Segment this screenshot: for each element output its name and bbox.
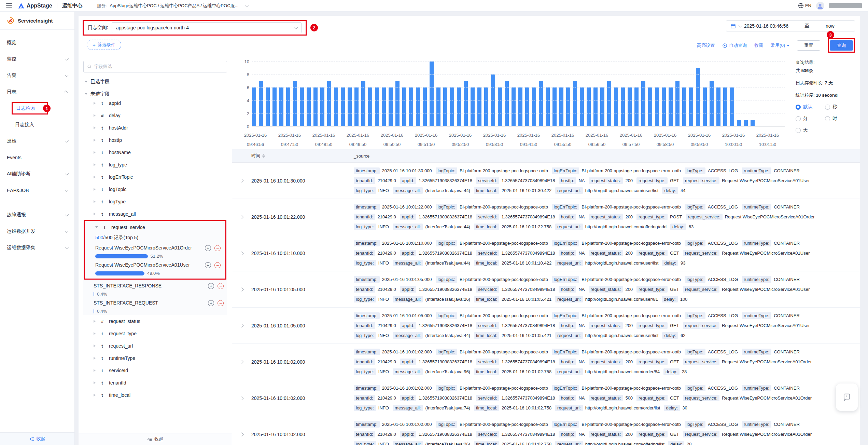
chart-bar[interactable] bbox=[628, 87, 632, 126]
chart-bar[interactable] bbox=[703, 87, 707, 126]
service-selector[interactable]: 服务: AppStage运维中心POC / 运维中心POC产品A / 运维中心P… bbox=[97, 3, 248, 9]
chart-bar[interactable] bbox=[669, 87, 673, 126]
field-item-delay[interactable]: #delay bbox=[83, 109, 227, 122]
chart-bar[interactable] bbox=[539, 81, 543, 126]
chart-bar[interactable] bbox=[266, 87, 270, 126]
chart-bar[interactable] bbox=[498, 87, 502, 126]
sidebar-item-alarm[interactable]: 告警 bbox=[0, 67, 74, 84]
field-item-hostAddr[interactable]: thostAddr bbox=[83, 122, 227, 134]
radio-默认[interactable]: 默认 bbox=[796, 104, 825, 110]
highlight-settings-link[interactable]: 高亮设置 bbox=[697, 42, 715, 49]
chart-bar[interactable] bbox=[423, 87, 427, 126]
chart-bar[interactable] bbox=[546, 87, 550, 126]
expand-row-button[interactable] bbox=[232, 397, 251, 400]
chart-bar[interactable] bbox=[307, 87, 311, 126]
chart-bar[interactable] bbox=[723, 87, 727, 126]
radio-天[interactable]: 天 bbox=[796, 127, 825, 133]
field-item-appId[interactable]: tappId bbox=[83, 97, 227, 109]
chart-bar[interactable] bbox=[682, 87, 686, 126]
auto-query-toggle[interactable]: 自动查询 bbox=[722, 42, 747, 49]
sidebar-item-log-access[interactable]: 日志接入 bbox=[0, 117, 74, 133]
chart-bar[interactable] bbox=[457, 87, 461, 126]
field-item-logTopic[interactable]: tlogTopic bbox=[83, 183, 227, 195]
chart-bar[interactable] bbox=[430, 62, 434, 126]
chart-bar[interactable] bbox=[662, 87, 666, 126]
sidebar-item-inspection[interactable]: 巡检 bbox=[0, 133, 74, 149]
sort-icon[interactable] bbox=[262, 154, 265, 158]
radio-时[interactable]: 时 bbox=[825, 116, 849, 122]
sidebar-item-log-search[interactable]: 日志检索1 bbox=[0, 100, 74, 117]
chart-bar[interactable] bbox=[293, 81, 297, 126]
chart-bar[interactable] bbox=[348, 87, 352, 126]
chart-bar[interactable] bbox=[450, 87, 454, 126]
sidebar-item-fault-report[interactable]: 故障通报 bbox=[0, 207, 74, 223]
sidebar-item-eap-job[interactable]: EAP&JOB bbox=[0, 182, 74, 199]
chart-bar[interactable] bbox=[600, 87, 604, 126]
chart-bar[interactable] bbox=[484, 87, 488, 126]
exclude-filter-icon[interactable]: − bbox=[218, 300, 224, 306]
fields-panel-collapse-button[interactable]: 收起 bbox=[79, 433, 232, 445]
chart-bar[interactable] bbox=[409, 87, 413, 126]
common-queries-dropdown[interactable]: 常用(0) bbox=[771, 42, 789, 49]
expand-row-button[interactable] bbox=[232, 361, 251, 363]
chart-bar[interactable] bbox=[443, 87, 447, 126]
chart-bar[interactable] bbox=[587, 87, 591, 126]
chart-bar[interactable] bbox=[471, 87, 475, 126]
chart-bar[interactable] bbox=[320, 87, 324, 126]
expand-row-button[interactable] bbox=[232, 433, 251, 436]
sidebar-item-log[interactable]: 日志 bbox=[0, 84, 74, 100]
chart-bar[interactable] bbox=[334, 87, 338, 126]
expand-row-button[interactable] bbox=[232, 252, 251, 255]
chart-bar[interactable] bbox=[416, 87, 420, 126]
sidebar-item-monitor[interactable]: 监控 bbox=[0, 51, 74, 67]
chart-bar[interactable] bbox=[272, 87, 277, 126]
field-item-log_type[interactable]: tlog_type bbox=[83, 159, 227, 171]
reset-button[interactable]: 重置 bbox=[797, 40, 820, 51]
chart-bar[interactable] bbox=[716, 87, 720, 126]
sidebar-item-om-data-dev[interactable]: 运维数据开发 bbox=[0, 223, 74, 240]
field-group-header[interactable]: 已选字段 bbox=[83, 79, 227, 85]
chart-bar[interactable] bbox=[559, 87, 563, 126]
chart-bar[interactable] bbox=[696, 68, 700, 126]
hamburger-menu-icon[interactable] bbox=[6, 3, 12, 8]
chart-bar[interactable] bbox=[634, 87, 639, 126]
chart-bar[interactable] bbox=[744, 120, 748, 126]
expand-row-button[interactable] bbox=[232, 179, 251, 182]
add-filter-icon[interactable]: + bbox=[205, 245, 211, 251]
chart-bar[interactable] bbox=[518, 87, 522, 126]
field-item-request_type[interactable]: trequest_type bbox=[83, 327, 227, 340]
chart-bar[interactable] bbox=[532, 87, 536, 126]
chart-bar[interactable] bbox=[491, 75, 495, 126]
chart-bar[interactable] bbox=[737, 120, 741, 126]
sidebar-item-events[interactable]: Events bbox=[0, 149, 74, 166]
chart-bar[interactable] bbox=[375, 87, 379, 126]
field-item-logErrTopic[interactable]: tlogErrTopic bbox=[83, 171, 227, 183]
chart-bar[interactable] bbox=[402, 87, 406, 126]
field-group-header[interactable]: 未选字段 bbox=[83, 91, 227, 97]
chart-bar[interactable] bbox=[395, 81, 400, 126]
chart-bar[interactable] bbox=[580, 87, 584, 126]
record-count-link[interactable]: 500 bbox=[95, 235, 103, 240]
sidebar-collapse-button[interactable]: 收起 bbox=[0, 432, 74, 445]
chart-bar[interactable] bbox=[389, 87, 393, 126]
chart-bar[interactable] bbox=[675, 81, 680, 126]
add-filter-icon[interactable]: + bbox=[208, 283, 214, 289]
avatar[interactable] bbox=[816, 2, 824, 10]
field-item-serviceId[interactable]: tserviceId bbox=[83, 364, 227, 377]
chart-bar[interactable] bbox=[313, 87, 318, 126]
chart-bar[interactable] bbox=[573, 81, 577, 126]
chart-bar[interactable] bbox=[252, 87, 256, 126]
field-item-hostIp[interactable]: thostIp bbox=[83, 134, 227, 146]
chart-bar[interactable] bbox=[361, 81, 365, 126]
chart-bar[interactable] bbox=[327, 81, 331, 126]
chart-bar[interactable] bbox=[607, 81, 611, 126]
chart-bar[interactable] bbox=[525, 87, 529, 126]
query-button[interactable]: 查询 bbox=[830, 40, 853, 51]
chart-bar[interactable] bbox=[552, 87, 557, 126]
expand-row-button[interactable] bbox=[232, 324, 251, 327]
chart-bar[interactable] bbox=[436, 87, 440, 126]
field-item-hostName[interactable]: thostName bbox=[83, 146, 227, 159]
chart-bar[interactable] bbox=[477, 87, 481, 126]
chart-bar[interactable] bbox=[512, 87, 516, 126]
chart-bar[interactable] bbox=[505, 81, 509, 126]
